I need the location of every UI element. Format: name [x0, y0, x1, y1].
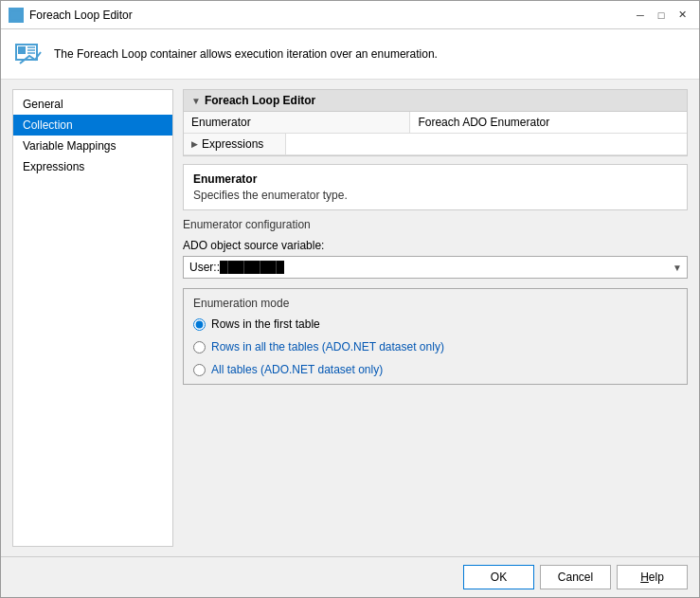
window-icon — [9, 8, 24, 23]
right-panel: ▼ Foreach Loop Editor Enumerator Foreach… — [183, 89, 688, 547]
main-window: Foreach Loop Editor ─ □ ✕ The Foreach Lo… — [0, 0, 700, 598]
description-text: Specifies the enumerator type. — [193, 189, 677, 202]
minimize-button[interactable]: ─ — [631, 6, 650, 25]
radio-rows-first-table-input[interactable] — [193, 318, 206, 331]
ado-dropdown-wrapper: User::████████ ▼ — [183, 256, 688, 279]
radio-rows-first-table[interactable]: Rows in the first table — [193, 317, 677, 331]
editor-section-title: Foreach Loop Editor — [205, 94, 315, 107]
editor-table: Enumerator Foreach ADO Enumerator ▶ Expr… — [184, 112, 687, 155]
config-section-label: Enumerator configuration — [183, 218, 688, 231]
sidebar-item-expressions[interactable]: Expressions — [13, 156, 172, 177]
radio-all-tables[interactable]: All tables (ADO.NET dataset only) — [193, 363, 677, 376]
expand-arrow-icon[interactable]: ▶ — [191, 139, 198, 149]
sidebar-item-collection[interactable]: Collection — [13, 115, 172, 136]
enum-mode-box: Enumeration mode Rows in the first table… — [183, 288, 688, 385]
info-bar: The Foreach Loop container allows execut… — [1, 29, 699, 80]
radio-all-tables-input[interactable] — [193, 364, 206, 376]
table-cell-enumerator-key: Enumerator — [184, 112, 410, 134]
collapse-arrow-icon[interactable]: ▼ — [191, 96, 201, 106]
maximize-button[interactable]: □ — [652, 6, 671, 25]
sidebar-item-general[interactable]: General — [13, 94, 172, 115]
table-cell-expressions-key: ▶ Expressions — [184, 134, 286, 154]
editor-section: ▼ Foreach Loop Editor Enumerator Foreach… — [183, 89, 688, 156]
description-box: Enumerator Specifies the enumerator type… — [183, 164, 688, 210]
svg-rect-1 — [12, 13, 16, 17]
table-cell-enumerator-value: Foreach ADO Enumerator — [410, 112, 687, 134]
info-text: The Foreach Loop container allows execut… — [54, 47, 438, 61]
help-button[interactable]: Help — [617, 565, 688, 589]
main-content: General Collection Variable Mappings Exp… — [1, 80, 699, 556]
radio-rows-first-table-label: Rows in the first table — [211, 317, 320, 331]
radio-all-tables-label: All tables (ADO.NET dataset only) — [211, 363, 383, 376]
description-title: Enumerator — [193, 172, 677, 186]
help-underline: H — [640, 571, 649, 584]
footer: OK Cancel Help — [1, 556, 699, 597]
window-title: Foreach Loop Editor — [29, 9, 631, 22]
sidebar: General Collection Variable Mappings Exp… — [12, 89, 173, 547]
radio-rows-all-tables[interactable]: Rows in all the tables (ADO.NET dataset … — [193, 340, 677, 353]
expressions-label: Expressions — [202, 137, 263, 151]
table-row-expressions: ▶ Expressions — [184, 134, 687, 155]
table-row-enumerator: Enumerator Foreach ADO Enumerator — [184, 112, 687, 134]
cancel-button[interactable]: Cancel — [540, 565, 611, 589]
table-cell-expressions-value — [410, 134, 687, 155]
sidebar-item-variable-mappings[interactable]: Variable Mappings — [13, 136, 172, 156]
editor-header: ▼ Foreach Loop Editor — [184, 90, 687, 112]
ado-label: ADO object source variable: — [183, 239, 688, 252]
close-button[interactable]: ✕ — [673, 6, 691, 25]
radio-group: Rows in the first table Rows in all the … — [193, 317, 677, 376]
radio-rows-all-tables-input[interactable] — [193, 341, 206, 353]
svg-rect-3 — [18, 46, 26, 54]
info-icon — [14, 39, 45, 69]
radio-rows-all-tables-label: Rows in all the tables (ADO.NET dataset … — [211, 340, 444, 353]
title-bar: Foreach Loop Editor ─ □ ✕ — [1, 1, 699, 29]
help-rest: elp — [649, 571, 664, 584]
window-controls: ─ □ ✕ — [631, 6, 691, 25]
ado-dropdown[interactable]: User::████████ — [183, 256, 688, 279]
enum-mode-legend: Enumeration mode — [193, 297, 677, 310]
config-section: Enumerator configuration ADO object sour… — [183, 218, 688, 547]
ok-button[interactable]: OK — [463, 565, 534, 589]
